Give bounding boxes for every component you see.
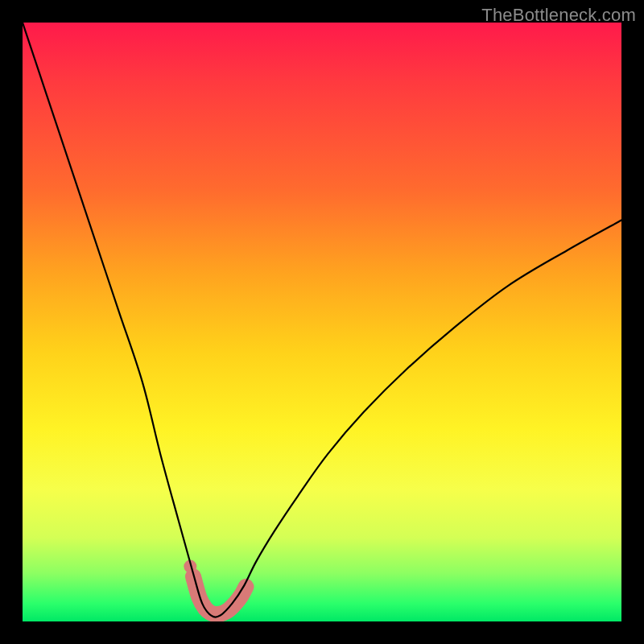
bottleneck-curve <box>23 23 621 617</box>
watermark: TheBottleneck.com <box>481 5 636 26</box>
chart-area <box>23 23 621 621</box>
bottleneck-plot <box>23 23 621 621</box>
